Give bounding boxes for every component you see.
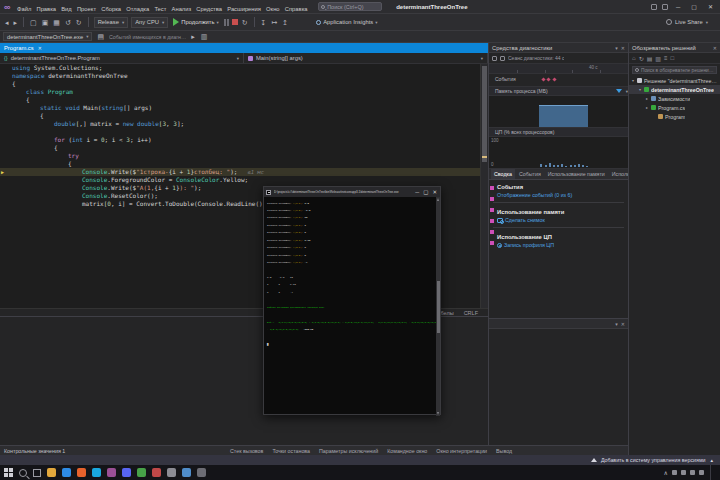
feedback-icon[interactable] bbox=[651, 4, 657, 10]
console-scrollbar-thumb[interactable] bbox=[437, 281, 440, 333]
taskbar-app-10[interactable] bbox=[197, 468, 206, 477]
scroll-down-icon[interactable] bbox=[437, 412, 439, 415]
minimize-button[interactable]: ─ bbox=[673, 0, 683, 14]
bottom-tab-0[interactable]: Стек вызовов bbox=[230, 448, 263, 454]
taskbar-app-4[interactable] bbox=[107, 468, 116, 477]
menu-item-11[interactable]: Справка bbox=[282, 6, 310, 12]
taskbar-app-8[interactable] bbox=[167, 468, 176, 477]
live-share-button[interactable]: Live Share ▾ bbox=[666, 19, 716, 25]
console-output[interactable]: 1строка-1столбец: A(1,1): 0,81строка-2ст… bbox=[264, 197, 440, 416]
source-control-button[interactable]: Добавить в систему управления версиями bbox=[601, 457, 706, 463]
close-button[interactable]: ✕ bbox=[705, 0, 716, 14]
code-line[interactable]: ▶Console.Write($"1строка-{i + 1}столбец:… bbox=[0, 168, 480, 176]
navigate-back-icon[interactable]: ◂ bbox=[4, 14, 10, 31]
menu-item-7[interactable]: Анализ bbox=[169, 6, 194, 12]
tab-close-icon[interactable]: ✕ bbox=[38, 45, 42, 51]
volume-icon[interactable] bbox=[681, 470, 686, 475]
maximize-button[interactable]: ▢ bbox=[688, 0, 700, 14]
menu-item-5[interactable]: Отладка bbox=[124, 6, 152, 12]
code-line[interactable]: { bbox=[0, 96, 480, 104]
taskbar-app-1[interactable] bbox=[62, 468, 71, 477]
collapse-all-icon[interactable]: ▥ bbox=[655, 55, 661, 62]
step-into-icon[interactable]: ↧ bbox=[260, 14, 268, 31]
step-out-icon[interactable]: ↥ bbox=[281, 14, 289, 31]
code-line[interactable]: { bbox=[0, 80, 480, 88]
solution-explorer-search[interactable]: Поиск в обозревателе решений (Ctrl+ж) bbox=[632, 66, 717, 74]
taskbar-app-3[interactable] bbox=[92, 468, 101, 477]
code-line[interactable]: Console.ForegroundColor = ConsoleColor.Y… bbox=[0, 176, 480, 184]
solution-explorer-item-4[interactable]: Program bbox=[629, 112, 720, 121]
configuration-combo[interactable]: Release ▾ bbox=[94, 17, 129, 28]
taskbar-app-0[interactable] bbox=[47, 468, 56, 477]
show-desktop-button[interactable] bbox=[710, 465, 712, 480]
undo-icon[interactable]: ↺ bbox=[64, 14, 72, 31]
application-insights-button[interactable]: Application Insights ▾ bbox=[316, 19, 377, 25]
scroll-up-icon[interactable] bbox=[437, 198, 439, 201]
step-over-icon[interactable]: ↦ bbox=[270, 14, 278, 31]
solution-explorer-item-0[interactable]: ▾Решение "determinantThreeOnTree" (проек… bbox=[629, 76, 720, 85]
bottom-tab-5[interactable]: Вывод bbox=[496, 448, 512, 454]
bottom-tab-4[interactable]: Окно интерпретации bbox=[436, 448, 487, 454]
show-all-files-icon[interactable]: ▤ bbox=[647, 55, 653, 62]
process-combo[interactable]: determinantThreeOnTree.exe ▾ bbox=[3, 32, 92, 41]
code-line[interactable]: using System.Collections; bbox=[0, 64, 480, 72]
restart-button[interactable]: ↻ bbox=[241, 14, 249, 31]
console-scrollbar[interactable] bbox=[436, 197, 440, 416]
member-dropdown[interactable]: Main(string[] args) ▾ bbox=[244, 53, 488, 63]
code-line[interactable]: static void Main(string[] args) bbox=[0, 104, 480, 112]
taskbar-search-icon[interactable] bbox=[19, 469, 27, 477]
line-ending-indicator[interactable]: CRLF bbox=[464, 310, 478, 316]
diagnostics-tab-2[interactable]: Использование памяти bbox=[545, 169, 608, 179]
taskbar-app-2[interactable] bbox=[77, 468, 86, 477]
code-line[interactable]: { bbox=[0, 160, 480, 168]
timeline-settings-icon[interactable] bbox=[500, 56, 505, 61]
chevron-down-icon[interactable]: ▾ bbox=[615, 45, 618, 51]
code-line[interactable]: class Program bbox=[0, 88, 480, 96]
console-title-bar[interactable]: D:\projects\c#\determinantThreeOnTree\bi… bbox=[264, 187, 440, 197]
diagnostics-tab-3[interactable]: Использование ЦП bbox=[609, 169, 628, 179]
code-line[interactable]: for (int i = 0; i < 3; i++) bbox=[0, 136, 480, 144]
platform-combo[interactable]: Any CPU ▾ bbox=[131, 17, 168, 28]
type-dropdown[interactable]: {} determinantThreeOnTree.Program ▾ bbox=[0, 53, 244, 63]
menu-item-10[interactable]: Окно bbox=[264, 6, 283, 12]
code-line[interactable]: namespace determinantThreeOnTree bbox=[0, 72, 480, 80]
tab-program-cs[interactable]: Program.cs bbox=[4, 45, 34, 51]
console-close-button[interactable]: ✕ bbox=[432, 187, 437, 197]
start-button[interactable] bbox=[4, 468, 13, 477]
code-line[interactable]: { bbox=[0, 144, 480, 152]
events-timeline-lane[interactable]: События bbox=[489, 74, 628, 87]
code-line[interactable]: { bbox=[0, 112, 480, 120]
editor-scrollbar[interactable] bbox=[480, 64, 488, 308]
view-switch-icon[interactable]: □ bbox=[671, 55, 675, 61]
language-icon[interactable] bbox=[690, 470, 695, 475]
scrollbar-thumb[interactable] bbox=[482, 66, 487, 162]
tray-expand-icon[interactable]: ∧ bbox=[664, 469, 668, 476]
solution-explorer-item-2[interactable]: ▸Зависимости bbox=[629, 94, 720, 103]
console-window[interactable]: D:\projects\c#\determinantThreeOnTree\bi… bbox=[263, 186, 441, 415]
menu-item-9[interactable]: Расширения bbox=[225, 6, 264, 12]
debug-continue-button[interactable]: Продолжить ▾ bbox=[171, 18, 220, 26]
save-all-icon[interactable]: ▦ bbox=[52, 14, 61, 31]
solution-explorer-item-3[interactable]: ▸Program.cs bbox=[629, 103, 720, 112]
cpu-lane-header[interactable]: ЦП (% всех процессоров) bbox=[489, 128, 628, 137]
save-icon[interactable]: ▣ bbox=[41, 14, 50, 31]
bottom-tab-1[interactable]: Точки останова bbox=[272, 448, 310, 454]
console-maximize-button[interactable]: ▢ bbox=[423, 187, 428, 197]
task-view-icon[interactable] bbox=[33, 469, 41, 477]
menu-item-8[interactable]: Средства bbox=[194, 6, 225, 12]
diagnostics-tab-0[interactable]: Сводка bbox=[491, 169, 515, 179]
code-line[interactable] bbox=[0, 128, 480, 136]
solution-explorer-item-1[interactable]: ▾determinantThreeOnTree bbox=[629, 85, 720, 94]
console-minimize-button[interactable]: ─ bbox=[415, 187, 419, 197]
menu-item-1[interactable]: Правка bbox=[34, 6, 59, 12]
take-snapshot-button[interactable]: Сделать снимок bbox=[489, 216, 628, 225]
tab-watch-1[interactable]: Контрольные значения 1 bbox=[0, 448, 69, 454]
diagnostics-tab-1[interactable]: События bbox=[516, 169, 544, 179]
timeline-ruler[interactable]: 40 с bbox=[489, 64, 628, 74]
chevron-down-icon[interactable]: ▾ bbox=[615, 321, 618, 327]
close-icon[interactable]: ✕ bbox=[621, 321, 625, 327]
refresh-icon[interactable]: ↻ bbox=[639, 55, 644, 62]
new-file-icon[interactable]: ▢ bbox=[29, 14, 38, 31]
break-all-button[interactable] bbox=[224, 19, 229, 26]
close-icon[interactable]: ✕ bbox=[621, 45, 625, 51]
